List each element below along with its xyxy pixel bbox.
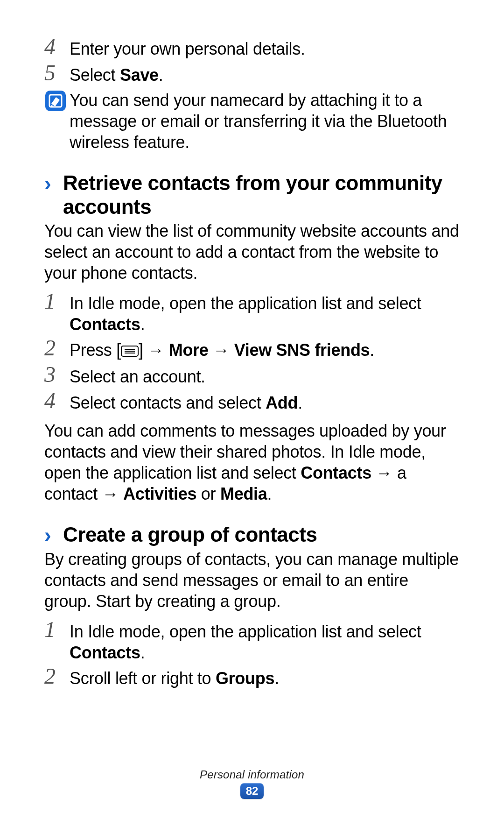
- step-5-top: 5 Select Save.: [44, 64, 460, 86]
- chevron-icon: [44, 172, 63, 195]
- s1-step-3: 3 Select an account.: [44, 365, 460, 388]
- menu-key-icon: [121, 340, 139, 361]
- step-number: 1: [44, 290, 70, 312]
- chevron-icon: [44, 524, 63, 546]
- step-text: Scroll left or right to Groups.: [70, 667, 460, 689]
- s2-step-1: 1 In Idle mode, open the application lis…: [44, 620, 460, 663]
- page-footer: Personal information 82: [0, 768, 504, 799]
- step-text: Enter your own personal details.: [70, 37, 460, 59]
- section-intro: You can view the list of community websi…: [44, 220, 460, 283]
- step-number: 3: [44, 363, 70, 386]
- section-header-create-group: Create a group of contacts: [44, 523, 460, 547]
- footer-section-label: Personal information: [0, 768, 504, 781]
- section-header-retrieve: Retrieve contacts from your community ac…: [44, 171, 460, 219]
- step-number: 1: [44, 618, 70, 641]
- step-text: Select contacts and select Add.: [70, 391, 460, 413]
- step-text: Select Save.: [70, 64, 460, 85]
- step-4-top: 4 Enter your own personal details.: [44, 37, 460, 60]
- step-text: Select an account.: [70, 365, 460, 387]
- section-title: Create a group of contacts: [63, 523, 317, 547]
- step-number: 2: [44, 665, 70, 687]
- s2-step-2: 2 Scroll left or right to Groups.: [44, 667, 460, 689]
- note-text: You can send your namecard by attaching …: [70, 90, 460, 153]
- step-text: In Idle mode, open the application list …: [70, 620, 460, 663]
- note-block: You can send your namecard by attaching …: [44, 90, 460, 153]
- step-number: 4: [44, 35, 70, 58]
- section-followup: You can add comments to messages uploade…: [44, 420, 460, 504]
- s1-step-2: 2 Press [] → More → View SNS friends.: [44, 339, 460, 361]
- step-number: 2: [44, 337, 70, 359]
- step-text: Press [] → More → View SNS friends.: [70, 339, 460, 361]
- step-text: In Idle mode, open the application list …: [70, 292, 460, 335]
- s1-step-4: 4 Select contacts and select Add.: [44, 391, 460, 414]
- manual-page: 4 Enter your own personal details. 5 Sel…: [0, 0, 504, 827]
- section-title: Retrieve contacts from your community ac…: [63, 171, 460, 219]
- s1-step-1: 1 In Idle mode, open the application lis…: [44, 292, 460, 335]
- step-number: 5: [44, 62, 70, 84]
- section-intro: By creating groups of contacts, you can …: [44, 549, 460, 612]
- page-number-badge: 82: [240, 783, 264, 799]
- step-number: 4: [44, 389, 70, 412]
- note-icon: [44, 90, 70, 112]
